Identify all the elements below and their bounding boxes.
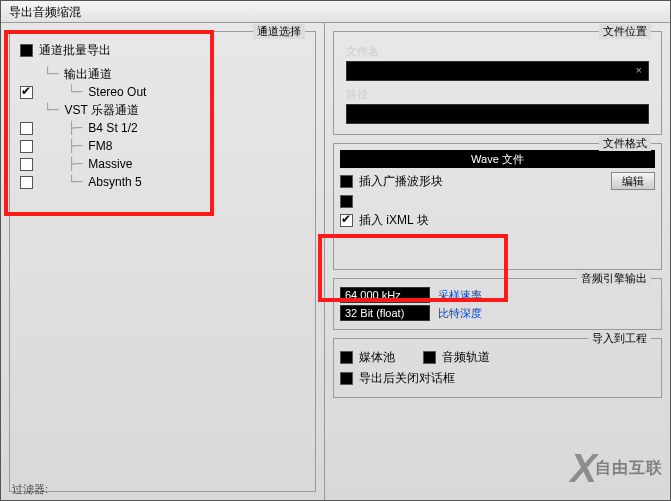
massive-checkbox[interactable] bbox=[20, 158, 33, 171]
tree-fm8-label: FM8 bbox=[88, 139, 112, 153]
tree-absynth-label: Absynth 5 bbox=[88, 175, 141, 189]
hidden-checkbox[interactable] bbox=[340, 195, 353, 208]
tree-output-channel[interactable]: └─ 输出通道 bbox=[20, 65, 309, 83]
path-input[interactable] bbox=[346, 104, 649, 124]
sample-rate-label: 采样速率 bbox=[438, 288, 482, 303]
batch-export-label: 通道批量导出 bbox=[39, 42, 111, 59]
tree-output-channel-label: 输出通道 bbox=[64, 66, 112, 83]
path-label: 路径 bbox=[346, 87, 649, 102]
close-after-label: 导出后关闭对话框 bbox=[359, 370, 455, 387]
bit-depth-label: 比特深度 bbox=[438, 306, 482, 321]
tree-massive[interactable]: ├─ Massive bbox=[20, 155, 309, 173]
fm8-checkbox[interactable] bbox=[20, 140, 33, 153]
tree-vst-channel-label: VST 乐器通道 bbox=[64, 102, 138, 119]
bit-depth-select[interactable]: 32 Bit (float) bbox=[340, 305, 430, 321]
tree-absynth[interactable]: └─ Absynth 5 bbox=[20, 173, 309, 191]
mediapool-checkbox[interactable] bbox=[340, 351, 353, 364]
sample-rate-select[interactable]: 64.000 kHz bbox=[340, 287, 430, 303]
channel-select-fieldset: 通道选择 通道批量导出 └─ 输出通道 └─ Stereo Out bbox=[9, 31, 316, 492]
tree-massive-label: Massive bbox=[88, 157, 132, 171]
import-project-fieldset: 导入到工程 媒体池 音频轨道 导出后关闭对话框 bbox=[333, 338, 662, 398]
window-title: 导出音频缩混 bbox=[9, 5, 81, 19]
batch-export-checkbox[interactable] bbox=[20, 44, 33, 57]
insert-ixml-label: 插入 iXML 块 bbox=[359, 212, 429, 229]
stereo-out-checkbox[interactable] bbox=[20, 86, 33, 99]
insert-broadcast-checkbox[interactable] bbox=[340, 175, 353, 188]
file-format-fieldset: 文件格式 Wave 文件 插入广播波形块 编辑 - 插入 iXML 块 bbox=[333, 143, 662, 270]
file-format-legend: 文件格式 bbox=[599, 136, 651, 151]
engine-output-legend: 音频引擎输出 bbox=[577, 271, 651, 286]
tree-vst-channel[interactable]: └─ VST 乐器通道 bbox=[20, 101, 309, 119]
insert-broadcast-label: 插入广播波形块 bbox=[359, 173, 443, 190]
left-panel: 通道选择 通道批量导出 └─ 输出通道 └─ Stereo Out bbox=[1, 23, 325, 500]
edit-button[interactable]: 编辑 bbox=[611, 172, 655, 190]
file-location-fieldset: 文件位置 文件名 × 路径 bbox=[333, 31, 662, 135]
channel-select-legend: 通道选择 bbox=[253, 24, 305, 39]
mediapool-label: 媒体池 bbox=[359, 349, 395, 366]
tree-b4[interactable]: ├─ B4 St 1/2 bbox=[20, 119, 309, 137]
channel-tree: └─ 输出通道 └─ Stereo Out └─ VST 乐器通道 bbox=[20, 65, 309, 191]
file-location-legend: 文件位置 bbox=[599, 24, 651, 39]
absynth-checkbox[interactable] bbox=[20, 176, 33, 189]
tree-fm8[interactable]: ├─ FM8 bbox=[20, 137, 309, 155]
tree-stereo-out-label: Stereo Out bbox=[88, 85, 146, 99]
import-project-legend: 导入到工程 bbox=[588, 331, 651, 346]
export-audio-mixdown-window: 导出音频缩混 通道选择 通道批量导出 └─ 输出通道 bbox=[0, 0, 671, 501]
engine-output-fieldset: 音频引擎输出 64.000 kHz 采样速率 32 Bit (float) 比特… bbox=[333, 278, 662, 330]
filename-input[interactable]: × bbox=[346, 61, 649, 81]
filename-label: 文件名 bbox=[346, 44, 649, 59]
window-titlebar[interactable]: 导出音频缩混 bbox=[1, 1, 670, 23]
filter-label: 过滤器: bbox=[12, 482, 48, 497]
audio-track-checkbox[interactable] bbox=[423, 351, 436, 364]
b4-checkbox[interactable] bbox=[20, 122, 33, 135]
tree-stereo-out[interactable]: └─ Stereo Out bbox=[20, 83, 309, 101]
audio-track-label: 音频轨道 bbox=[442, 349, 490, 366]
insert-ixml-checkbox[interactable] bbox=[340, 214, 353, 227]
right-panel: 文件位置 文件名 × 路径 文件格式 Wave 文件 插入广播波形块 编辑 bbox=[325, 23, 670, 500]
close-after-checkbox[interactable] bbox=[340, 372, 353, 385]
file-format-value[interactable]: Wave 文件 bbox=[340, 150, 655, 168]
batch-export-row[interactable]: 通道批量导出 bbox=[20, 42, 309, 59]
tree-b4-label: B4 St 1/2 bbox=[88, 121, 137, 135]
clear-filename-icon[interactable]: × bbox=[636, 64, 642, 76]
